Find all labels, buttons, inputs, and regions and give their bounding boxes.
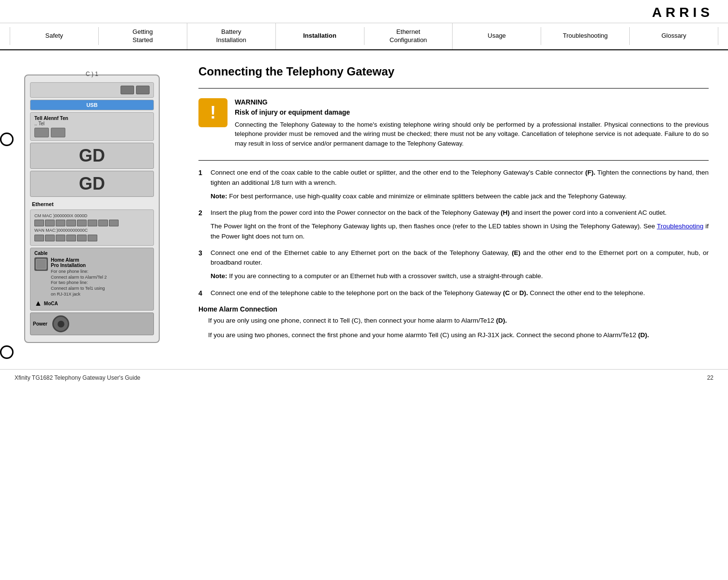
- mac-port-4: [66, 220, 76, 226]
- step-1: 1 Connect one end of the coax cable to t…: [198, 168, 709, 201]
- wan-mac: WAN MAC:)00000000000C: [34, 227, 150, 234]
- wan-mac-ports: [34, 235, 150, 241]
- alarm-icon: [34, 257, 48, 271]
- tel-port-2: [51, 128, 65, 137]
- nav-troubleshooting[interactable]: Troubleshooting: [541, 27, 630, 45]
- wan-port-2: [45, 235, 55, 241]
- gd-text-1: GD: [34, 147, 150, 164]
- nav-installation[interactable]: Installation: [276, 27, 364, 45]
- step-2: 2 Insert the plug from the power cord in…: [198, 208, 709, 241]
- warning-content: WARNING Risk of injury or equipment dama…: [235, 98, 709, 149]
- alarm-text-block: Home AlarmPro Installation For one phone…: [51, 257, 107, 297]
- step-3-num: 3: [198, 248, 206, 282]
- usb-label: USB: [86, 102, 97, 108]
- page-title: Connecting the Telephony Gateway: [198, 65, 709, 78]
- left-panel: C ) 1 USB Tell Alennf Ten .. Tel: [0, 50, 184, 359]
- ethernet-label: Ethernet: [30, 199, 154, 208]
- step-4: 4 Connect one end of the telephone cable…: [198, 288, 709, 298]
- step-2-note: The Power light on the front of the Tele…: [211, 222, 709, 241]
- right-panel: Connecting the Telephony Gateway ! WARNI…: [184, 50, 728, 359]
- divider-bottom: [198, 160, 709, 161]
- warning-box: ! WARNING Risk of injury or equipment da…: [198, 96, 709, 151]
- cm-mac: CM MAC )000000IX 0000D: [34, 213, 150, 219]
- moca-row: ▲ MoCA: [34, 299, 150, 308]
- logo: ARRIS: [652, 5, 713, 20]
- home-alarm-para1: If you are only using one phone, connect…: [208, 316, 709, 326]
- header: ARRIS: [0, 0, 728, 23]
- wan-port-4: [66, 235, 76, 241]
- gd-section-1: GD: [30, 143, 154, 169]
- mac-port-2: [45, 220, 55, 226]
- warning-title: WARNING: [235, 98, 709, 106]
- connector-circle-top: [0, 133, 14, 146]
- moca-label: MoCA: [44, 301, 58, 306]
- alarm-section: Home AlarmPro Installation For one phone…: [34, 257, 150, 297]
- gd-text-2: GD: [34, 175, 150, 193]
- connector-circle-bottom: [0, 345, 14, 359]
- nav-usage[interactable]: Usage: [453, 27, 541, 45]
- footer-right: 22: [707, 374, 713, 381]
- step-1-num: 1: [198, 168, 206, 201]
- tel-section: Tell Alennf Ten .. Tel: [30, 112, 154, 141]
- mac-port-8: [109, 220, 119, 226]
- step-3-note: Note: If you are connecting to a compute…: [211, 271, 709, 281]
- step-3: 3 Connect one end of the Ethernet cable …: [198, 248, 709, 282]
- power-section: Power: [30, 312, 154, 335]
- mac-section: CM MAC )000000IX 0000D WAN MAC:)00000000…: [30, 209, 154, 246]
- device-illustration: C ) 1 USB Tell Alennf Ten .. Tel: [15, 74, 169, 343]
- cm-mac-ports: [34, 220, 150, 226]
- alarm-instructions-1: For one phone line:Connect alarm to Alar…: [51, 269, 107, 280]
- tel-header: Tell Alennf Ten: [34, 116, 150, 121]
- wan-port-6: [88, 235, 97, 241]
- step-2-content: Insert the plug from the power cord into…: [211, 208, 709, 241]
- home-alarm-para2: If you are using two phones, connect the…: [208, 330, 709, 340]
- step-1-content: Connect one end of the coax cable to the…: [211, 168, 709, 201]
- steps-container: 1 Connect one end of the coax cable to t…: [198, 168, 709, 298]
- home-alarm-heading: Home Alarm Connection: [198, 305, 709, 313]
- device-top-connectors: [30, 82, 154, 98]
- troubleshooting-link[interactable]: Troubleshooting: [657, 223, 703, 230]
- label-c1: C ) 1: [86, 71, 98, 77]
- warning-exclamation: !: [210, 104, 216, 121]
- gd-section-2: GD: [30, 171, 154, 197]
- main-content: C ) 1 USB Tell Alennf Ten .. Tel: [0, 50, 728, 359]
- warning-text: Connecting the Telephony Gateway to the …: [235, 120, 709, 149]
- step-2-num: 2: [198, 208, 206, 241]
- navigation: Safety GettingStarted BatteryInstallatio…: [0, 23, 728, 50]
- power-connector: [52, 315, 69, 332]
- warning-subtitle: Risk of injury or equipment damage: [235, 108, 709, 116]
- step-1-note: Note: For best performance, use high-qua…: [211, 192, 709, 201]
- wan-port-1: [34, 235, 44, 241]
- mac-port-7: [98, 220, 108, 226]
- alarm-instructions-2: For two phone line:Connect alarm to Tel1…: [51, 280, 107, 297]
- mac-port-5: [77, 220, 87, 226]
- footer: Xfinity TG1682 Telephony Gateway User's …: [0, 369, 728, 386]
- power-label: Power: [33, 321, 47, 327]
- mac-port-1: [34, 220, 44, 226]
- power-connector-inner: [58, 321, 64, 327]
- warning-icon: !: [198, 98, 228, 127]
- tel-ports: [34, 128, 150, 137]
- mac-port-3: [56, 220, 65, 226]
- divider-top: [198, 88, 709, 89]
- step-4-content: Connect one end of the telephone cable t…: [211, 288, 709, 298]
- tel-port-1: [34, 128, 49, 137]
- cable-section: Cable Home AlarmPro Installation For one…: [30, 248, 154, 311]
- alarm-icon-inner: [36, 259, 46, 269]
- connector-block-1: [121, 86, 134, 94]
- tel-sub: .. Tel: [34, 121, 150, 126]
- home-alarm-label: Home AlarmPro Installation: [51, 257, 107, 268]
- home-alarm-section: Home Alarm Connection If you are only us…: [198, 305, 709, 341]
- usb-section: USB: [30, 100, 154, 110]
- nav-battery-installation[interactable]: BatteryInstallation: [187, 23, 276, 49]
- nav-glossary[interactable]: Glossary: [630, 27, 718, 45]
- mac-port-6: [88, 220, 97, 226]
- nav-getting-started[interactable]: GettingStarted: [99, 23, 187, 49]
- wan-port-5: [77, 235, 87, 241]
- footer-left: Xfinity TG1682 Telephony Gateway User's …: [15, 374, 140, 381]
- nav-safety[interactable]: Safety: [10, 27, 99, 45]
- step-4-num: 4: [198, 288, 206, 298]
- wan-port-3: [56, 235, 65, 241]
- connector-block-2: [136, 86, 150, 94]
- nav-ethernet-configuration[interactable]: EthernetConfiguration: [364, 23, 453, 49]
